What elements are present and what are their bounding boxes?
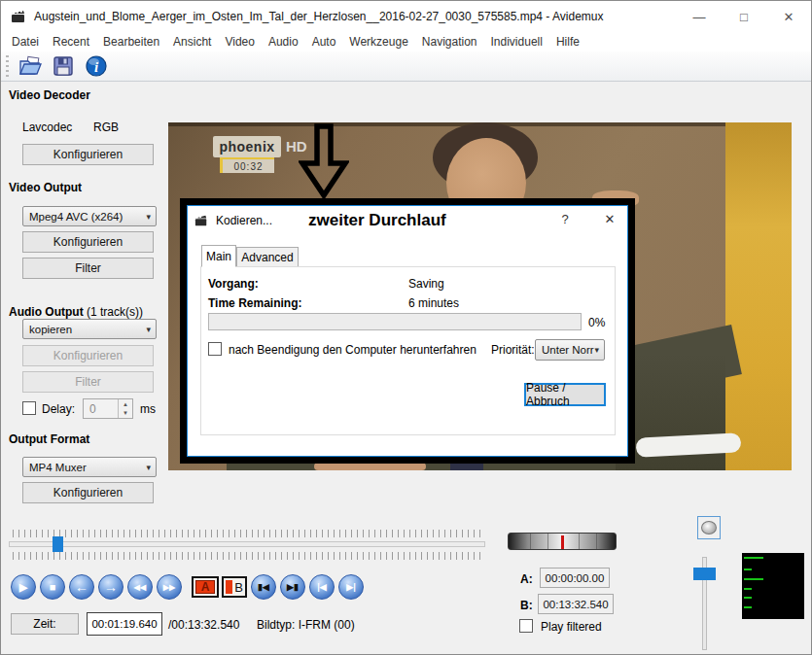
delay-unit-label: ms bbox=[140, 402, 156, 416]
decoder-configure-button[interactable]: Konfigurieren bbox=[22, 144, 154, 165]
total-time-label: /00:13:32.540 bbox=[168, 618, 239, 632]
marker-a-label: A: bbox=[520, 572, 533, 586]
next-frame-button[interactable]: → bbox=[98, 574, 124, 600]
stop-icon: ■ bbox=[50, 581, 56, 593]
audio-output-tracks: (1 track(s)) bbox=[87, 305, 143, 319]
annotation-highlight-frame: Kodieren... zweiter Durchlauf ? ✕ Main A… bbox=[180, 198, 635, 464]
jog-shuttle-wheel[interactable] bbox=[508, 533, 617, 550]
menu-individuell[interactable]: Individuell bbox=[484, 35, 549, 49]
minimize-button[interactable]: — bbox=[677, 1, 722, 32]
skip-end-icon: ▶| bbox=[346, 582, 355, 592]
time-remaining-value: 6 minutes bbox=[408, 296, 459, 310]
timeline-slider[interactable] bbox=[9, 541, 485, 547]
marker-a-time: 00:00:00.00 bbox=[540, 568, 610, 588]
mute-button[interactable] bbox=[697, 516, 721, 539]
delay-stepper[interactable]: 0 ▲ ▼ bbox=[83, 398, 133, 419]
delay-value: 0 bbox=[84, 399, 118, 418]
black-frame-prev-icon: ▮◀ bbox=[258, 582, 269, 592]
rewind-icon: ◀◀ bbox=[134, 582, 146, 591]
play-icon: ▶ bbox=[19, 580, 27, 593]
play-filtered-label: Play filtered bbox=[541, 620, 602, 634]
menu-ansicht[interactable]: Ansicht bbox=[166, 35, 218, 49]
chevron-down-icon: ▾ bbox=[146, 463, 156, 472]
audio-configure-button[interactable]: Konfigurieren bbox=[22, 345, 154, 366]
menu-hilfe[interactable]: Hilfe bbox=[549, 35, 586, 49]
annotation-text: zweiter Durchlauf bbox=[308, 211, 446, 230]
menu-video[interactable]: Video bbox=[218, 35, 261, 49]
shutdown-checkbox[interactable] bbox=[208, 342, 222, 356]
current-time-field[interactable]: 00:01:19.640 bbox=[87, 612, 162, 636]
toolbar-drag-handle[interactable] bbox=[5, 55, 10, 77]
pause-abort-button[interactable]: Pause / Abbruch bbox=[524, 383, 606, 406]
menu-auto[interactable]: Auto bbox=[305, 35, 343, 49]
volume-handle[interactable] bbox=[693, 568, 716, 580]
next-keyframe-button[interactable]: ▶▶ bbox=[157, 574, 182, 600]
speaker-icon bbox=[701, 521, 717, 534]
fast-forward-icon: ▶▶ bbox=[163, 582, 175, 591]
save-icon[interactable] bbox=[51, 54, 76, 78]
zeit-button[interactable]: Zeit: bbox=[11, 613, 79, 635]
video-output-select[interactable]: Mpeg4 AVC (x264) ▾ bbox=[22, 206, 157, 226]
marker-a-button[interactable]: A bbox=[192, 576, 219, 598]
prev-frame-button[interactable]: ← bbox=[69, 574, 94, 600]
timeline-ticks-bottom bbox=[13, 552, 482, 560]
spin-down-icon[interactable]: ▼ bbox=[119, 409, 132, 419]
play-filtered-checkbox[interactable] bbox=[519, 619, 533, 633]
maximize-button[interactable]: □ bbox=[722, 1, 766, 32]
audio-output-header: Audio Output (1 track(s)) bbox=[9, 305, 143, 319]
phoenix-logo: phoenix bbox=[213, 136, 281, 157]
play-button[interactable]: ▶ bbox=[11, 574, 36, 600]
video-decoder-header: Video Decoder bbox=[9, 88, 90, 102]
shutdown-label: nach Beendigung den Computer herunterfah… bbox=[229, 343, 477, 357]
arrow-left-icon: ← bbox=[75, 579, 88, 595]
menu-bearbeiten[interactable]: Bearbeiten bbox=[96, 35, 166, 49]
menu-audio[interactable]: Audio bbox=[262, 35, 305, 49]
titlebar: Augstein_und_Blome_Aerger_im_Osten_Im_Ta… bbox=[1, 1, 811, 32]
dialog-close-button[interactable]: ✕ bbox=[600, 212, 619, 231]
prev-black-frame-button[interactable]: ▮◀ bbox=[251, 574, 276, 600]
marker-b-button[interactable]: B bbox=[222, 576, 247, 598]
annotation-arrow-icon bbox=[299, 123, 349, 199]
audio-filter-button[interactable]: Filter bbox=[22, 371, 154, 393]
output-format-select[interactable]: MP4 Muxer ▾ bbox=[22, 457, 157, 477]
stop-button[interactable]: ■ bbox=[40, 574, 65, 600]
delay-checkbox[interactable] bbox=[22, 401, 36, 415]
studio-yellow-column bbox=[725, 122, 792, 470]
open-file-icon[interactable] bbox=[18, 54, 43, 78]
close-button[interactable]: ✕ bbox=[766, 1, 811, 32]
priority-label: Priorität: bbox=[491, 343, 535, 357]
tab-main[interactable]: Main bbox=[201, 245, 236, 267]
menu-datei[interactable]: Datei bbox=[5, 35, 46, 49]
priority-select[interactable]: Unter Norr ▾ bbox=[535, 339, 605, 361]
time-remaining-label: Time Remaining: bbox=[208, 296, 301, 310]
chevron-down-icon: ▾ bbox=[594, 345, 604, 355]
prev-keyframe-button[interactable]: ◀◀ bbox=[127, 574, 153, 600]
audio-output-select[interactable]: kopieren ▾ bbox=[22, 319, 157, 339]
audio-output-title: Audio Output bbox=[9, 305, 84, 319]
frame-type-label: Bildtyp: bbox=[257, 618, 295, 632]
output-format-header: Output Format bbox=[9, 432, 89, 446]
dialog-help-button[interactable]: ? bbox=[555, 212, 575, 231]
video-filter-button[interactable]: Filter bbox=[22, 258, 154, 279]
next-black-frame-button[interactable]: ▶▮ bbox=[280, 574, 305, 600]
video-configure-button[interactable]: Konfigurieren bbox=[22, 231, 154, 253]
tab-advanced[interactable]: Advanced bbox=[236, 247, 299, 267]
timeline-handle[interactable] bbox=[53, 536, 63, 552]
vorgang-label: Vorgang: bbox=[208, 277, 259, 291]
window-title: Augstein_und_Blome_Aerger_im_Osten_Im_Ta… bbox=[34, 10, 604, 23]
audio-output-value: kopieren bbox=[29, 324, 72, 335]
format-configure-button[interactable]: Konfigurieren bbox=[22, 482, 154, 503]
info-icon[interactable]: i bbox=[84, 54, 109, 78]
menu-recent[interactable]: Recent bbox=[46, 35, 96, 49]
broadcast-timer: 00:32 bbox=[220, 157, 274, 173]
decoder-mode-label: RGB bbox=[93, 121, 119, 134]
delay-label: Delay: bbox=[42, 402, 75, 416]
menu-werkzeuge[interactable]: Werkzeuge bbox=[342, 35, 414, 49]
first-frame-button[interactable]: |◀ bbox=[309, 574, 335, 600]
encode-progress-bar bbox=[208, 313, 582, 330]
spin-up-icon[interactable]: ▲ bbox=[119, 399, 132, 409]
last-frame-button[interactable]: ▶| bbox=[338, 574, 364, 600]
progress-percent: 0% bbox=[588, 316, 605, 329]
encoding-dialog: Kodieren... zweiter Durchlauf ? ✕ Main A… bbox=[187, 205, 628, 457]
menu-navigation[interactable]: Navigation bbox=[415, 35, 484, 49]
